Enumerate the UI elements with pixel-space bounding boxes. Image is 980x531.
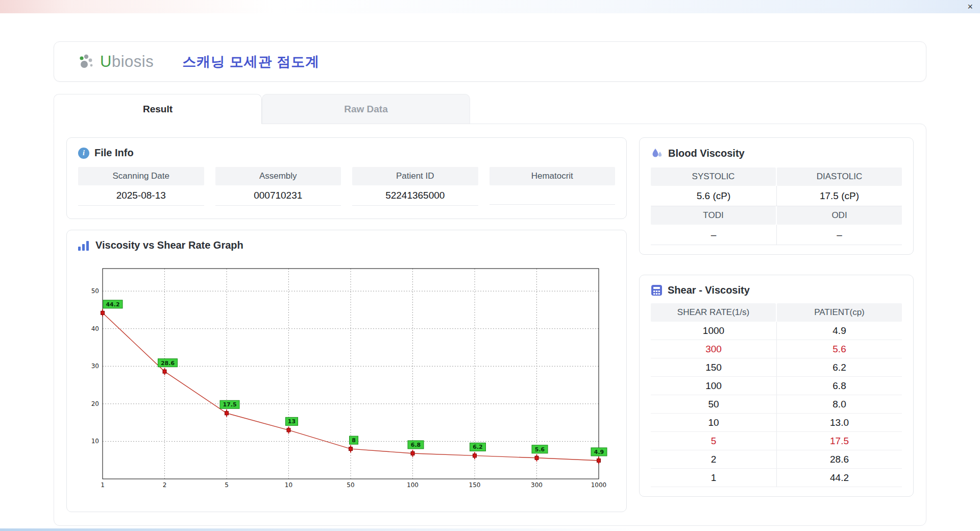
- table-row: 144.2: [651, 469, 902, 487]
- svg-text:40: 40: [91, 325, 99, 332]
- shear-rate-cell: 150: [651, 358, 776, 377]
- logo-dots-icon: [78, 53, 96, 70]
- blood-viscosity-table: SYSTOLICDIASTOLIC5.6 (cP)17.5 (cP)TODIOD…: [651, 167, 902, 245]
- shear-rate-cell: 100: [651, 377, 776, 395]
- svg-text:44.2: 44.2: [106, 301, 119, 308]
- field-value: [489, 185, 616, 205]
- table-row: 10004.9: [651, 322, 902, 340]
- field-label: Assembly: [215, 167, 341, 185]
- svg-text:17.5: 17.5: [223, 401, 236, 408]
- svg-text:28.6: 28.6: [161, 360, 175, 367]
- file-info-title-row: i File Info: [78, 147, 615, 159]
- shear-table-rows: 10004.93005.61506.21006.8508.01013.0517.…: [651, 322, 902, 487]
- svg-text:10: 10: [91, 438, 99, 445]
- file-info-field: Scanning Date2025-08-13: [78, 167, 204, 206]
- header-card: Ubiosis 스캐닝 모세관 점도계: [54, 41, 926, 82]
- svg-text:13: 13: [288, 418, 296, 425]
- svg-text:8: 8: [352, 437, 356, 444]
- svg-text:5: 5: [225, 481, 229, 489]
- content-card: i File Info Scanning Date2025-08-13Assem…: [54, 124, 926, 526]
- bv-label: ODI: [777, 206, 902, 225]
- svg-text:150: 150: [469, 481, 481, 489]
- file-info-title: File Info: [94, 147, 134, 159]
- patient-cell: 5.6: [776, 340, 902, 358]
- bv-label: DIASTOLIC: [777, 167, 902, 186]
- file-info-field: Hematocrit: [489, 167, 616, 206]
- svg-text:2: 2: [163, 481, 167, 489]
- field-value: 000710231: [215, 185, 341, 206]
- svg-text:50: 50: [347, 481, 354, 489]
- blood-viscosity-title: Blood Viscosity: [668, 148, 745, 159]
- shear-rate-cell: 10: [651, 414, 776, 432]
- shear-rate-cell: 1: [651, 469, 776, 487]
- patient-cell: 13.0: [776, 414, 902, 432]
- shear-rate-cell: 2: [651, 450, 776, 469]
- bv-label: TODI: [651, 206, 776, 225]
- table-row: 3005.6: [651, 340, 902, 358]
- svg-text:5.6: 5.6: [535, 446, 545, 453]
- patient-cell: 44.2: [776, 469, 902, 487]
- bv-value: 5.6 (cP): [651, 186, 776, 206]
- field-value: 2025-08-13: [78, 185, 204, 206]
- svg-text:20: 20: [91, 400, 99, 407]
- field-value: 52241365000: [352, 185, 478, 206]
- shear-viscosity-panel: Shear - Viscosity SHEAR RATE(1/s) PATIEN…: [639, 275, 914, 497]
- patient-header: PATIENT(cp): [777, 303, 902, 322]
- shear-rate-cell: 300: [651, 340, 776, 358]
- tab-result[interactable]: Result: [54, 94, 262, 124]
- file-info-field: Assembly000710231: [215, 167, 341, 206]
- close-icon[interactable]: ×: [967, 2, 973, 12]
- graph-panel: Viscosity vs Shear Rate Graph 1020304050…: [66, 230, 627, 512]
- patient-cell: 4.9: [776, 322, 902, 340]
- svg-text:6.8: 6.8: [411, 442, 421, 448]
- svg-text:30: 30: [91, 363, 99, 370]
- svg-text:1000: 1000: [591, 481, 607, 489]
- blood-viscosity-title-row: Blood Viscosity: [651, 147, 902, 159]
- tab-raw-data[interactable]: Raw Data: [262, 94, 470, 124]
- shear-viscosity-table: SHEAR RATE(1/s) PATIENT(cp) 10004.93005.…: [651, 303, 902, 487]
- page-title: 스캐닝 모세관 점도계: [182, 53, 320, 71]
- table-row: 517.5: [651, 432, 902, 450]
- shear-table-header: SHEAR RATE(1/s) PATIENT(cp): [651, 303, 902, 322]
- table-row: 228.6: [651, 450, 902, 469]
- desktop-edge: [0, 528, 980, 531]
- graph-title: Viscosity vs Shear Rate Graph: [95, 239, 243, 251]
- shear-rate-cell: 5: [651, 432, 776, 450]
- bv-label: SYSTOLIC: [651, 167, 776, 186]
- patient-cell: 17.5: [776, 432, 902, 450]
- field-label: Hematocrit: [489, 167, 616, 185]
- shear-viscosity-title-row: Shear - Viscosity: [651, 284, 902, 296]
- ubiosis-logo: Ubiosis: [78, 53, 154, 71]
- shear-rate-header: SHEAR RATE(1/s): [651, 303, 776, 322]
- file-info-field: Patient ID52241365000: [352, 167, 478, 206]
- patient-cell: 6.8: [776, 377, 902, 395]
- bv-value-row: 5.6 (cP)17.5 (cP): [651, 186, 902, 206]
- svg-text:1: 1: [101, 481, 105, 489]
- table-row: 1006.8: [651, 377, 902, 395]
- patient-cell: 28.6: [776, 450, 902, 469]
- viscosity-chart: 10203040501251050100150300100044.228.617…: [78, 256, 614, 496]
- shear-rate-cell: 50: [651, 395, 776, 414]
- bv-header-row: TODIODI: [651, 206, 902, 225]
- field-label: Scanning Date: [78, 167, 204, 185]
- titlebar: ×: [0, 0, 980, 13]
- logo-wordmark: Ubiosis: [100, 53, 154, 71]
- shear-rate-cell: 1000: [651, 322, 776, 340]
- graph-wrap: 10203040501251050100150300100044.228.617…: [78, 256, 615, 498]
- bv-value: –: [776, 225, 902, 245]
- svg-text:10: 10: [285, 481, 292, 489]
- blood-viscosity-panel: Blood Viscosity SYSTOLICDIASTOLIC5.6 (cP…: [639, 137, 914, 255]
- table-row: 508.0: [651, 395, 902, 414]
- svg-text:50: 50: [91, 287, 99, 295]
- shear-viscosity-title: Shear - Viscosity: [668, 284, 750, 296]
- bv-value: 17.5 (cP): [776, 186, 902, 206]
- patient-cell: 6.2: [776, 358, 902, 377]
- graph-title-row: Viscosity vs Shear Rate Graph: [78, 239, 615, 251]
- bv-header-row: SYSTOLICDIASTOLIC: [651, 167, 902, 186]
- bar-chart-icon: [78, 240, 90, 251]
- field-label: Patient ID: [352, 167, 478, 185]
- svg-text:100: 100: [407, 481, 419, 489]
- calculator-icon: [651, 284, 663, 296]
- bv-value: –: [651, 225, 776, 245]
- table-row: 1013.0: [651, 414, 902, 432]
